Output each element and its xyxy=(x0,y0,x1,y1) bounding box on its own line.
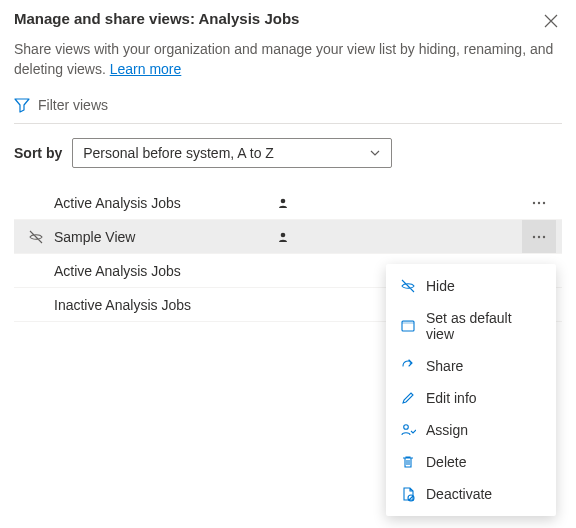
filter-views-button[interactable]: Filter views xyxy=(14,91,562,124)
close-button[interactable] xyxy=(540,10,562,32)
context-menu: HideSet as default viewShareEdit infoAss… xyxy=(386,264,556,516)
menu-item-label: Edit info xyxy=(426,390,477,406)
svg-point-7 xyxy=(543,235,545,237)
filter-label: Filter views xyxy=(38,97,108,113)
personal-view-icon xyxy=(277,197,299,209)
deactivate-icon xyxy=(400,486,416,502)
view-name: Inactive Analysis Jobs xyxy=(54,297,277,313)
hide-icon xyxy=(400,278,416,294)
menu-item-label: Assign xyxy=(426,422,468,438)
dialog-description: Share views with your organization and m… xyxy=(14,40,562,79)
menu-item-label: Delete xyxy=(426,454,466,470)
menu-item-label: Deactivate xyxy=(426,486,492,502)
sort-by-label: Sort by xyxy=(14,145,62,161)
hidden-indicator xyxy=(28,229,54,245)
default-icon xyxy=(400,318,416,334)
sort-selected-value: Personal before system, A to Z xyxy=(83,145,274,161)
assign-icon xyxy=(400,422,416,438)
menu-item-edit-info[interactable]: Edit info xyxy=(386,382,556,414)
learn-more-link[interactable]: Learn more xyxy=(110,61,182,77)
svg-point-3 xyxy=(543,201,545,203)
delete-icon xyxy=(400,454,416,470)
menu-item-assign[interactable]: Assign xyxy=(386,414,556,446)
svg-point-2 xyxy=(538,201,540,203)
sort-dropdown[interactable]: Personal before system, A to Z xyxy=(72,138,392,168)
close-icon xyxy=(544,14,558,28)
svg-point-0 xyxy=(281,198,286,203)
view-row[interactable]: Active Analysis Jobs xyxy=(14,186,562,220)
chevron-down-icon xyxy=(369,147,381,159)
svg-point-4 xyxy=(281,232,286,237)
view-name: Active Analysis Jobs xyxy=(54,195,277,211)
menu-item-deactivate[interactable]: Deactivate xyxy=(386,478,556,510)
menu-item-hide[interactable]: Hide xyxy=(386,270,556,302)
svg-point-6 xyxy=(538,235,540,237)
filter-icon xyxy=(14,97,30,113)
more-actions-button[interactable] xyxy=(522,186,556,219)
svg-point-1 xyxy=(533,201,535,203)
menu-item-set-as-default-view[interactable]: Set as default view xyxy=(386,302,556,350)
menu-item-share[interactable]: Share xyxy=(386,350,556,382)
more-actions-button[interactable] xyxy=(522,220,556,253)
edit-icon xyxy=(400,390,416,406)
svg-rect-9 xyxy=(402,321,414,324)
dialog-title: Manage and share views: Analysis Jobs xyxy=(14,10,299,27)
view-row[interactable]: Sample View xyxy=(14,220,562,254)
description-text: Share views with your organization and m… xyxy=(14,41,553,77)
menu-item-label: Hide xyxy=(426,278,455,294)
share-icon xyxy=(400,358,416,374)
svg-point-5 xyxy=(533,235,535,237)
view-name: Sample View xyxy=(54,229,277,245)
menu-item-label: Share xyxy=(426,358,463,374)
view-name: Active Analysis Jobs xyxy=(54,263,277,279)
menu-item-delete[interactable]: Delete xyxy=(386,446,556,478)
svg-point-10 xyxy=(404,425,409,430)
personal-view-icon xyxy=(277,231,299,243)
menu-item-label: Set as default view xyxy=(426,310,542,342)
